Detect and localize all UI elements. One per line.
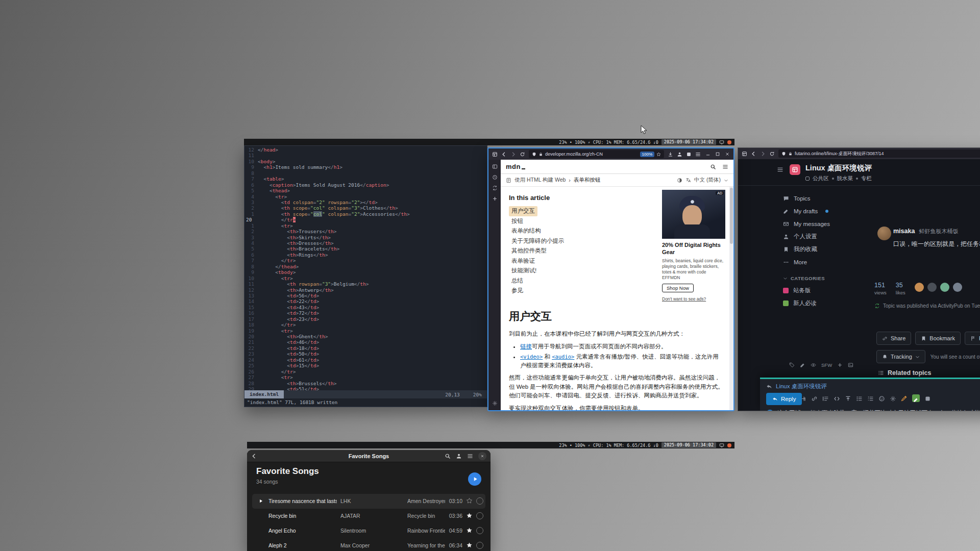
bookmark-star-icon[interactable] — [656, 152, 661, 157]
theme-toggle-icon[interactable] — [677, 178, 682, 183]
insert-button[interactable] — [766, 410, 774, 411]
breadcrumb-section[interactable]: 使用 HTML 构建 Web — [514, 177, 566, 184]
sidebar-category-staff[interactable]: 站务版 — [783, 284, 860, 297]
shield-icon[interactable] — [781, 152, 786, 156]
categories-section-header[interactable]: CATEGORIES — [783, 276, 860, 281]
back-button[interactable] — [501, 152, 507, 157]
gear-icon[interactable] — [890, 395, 896, 402]
ad-card[interactable]: AD 20% Off Digital Rights Gear Shirts, b… — [662, 190, 725, 302]
zoom-indicator[interactable]: 100% — [640, 152, 654, 157]
toc-item[interactable]: 技能测试! — [509, 266, 539, 276]
code-editor[interactable]: 12</head>1110<body>9 <h1>Items sold summ… — [244, 147, 487, 390]
image-icon[interactable] — [848, 362, 853, 368]
hamburger-icon[interactable] — [777, 166, 783, 173]
upload-icon[interactable] — [845, 395, 851, 402]
ad-dismiss-link[interactable]: Don't want to see ads? — [662, 296, 706, 302]
favorite-star-icon[interactable] — [466, 542, 473, 548]
shield-icon[interactable] — [532, 152, 536, 157]
downloads-button[interactable] — [668, 152, 673, 157]
favorite-star-icon[interactable] — [466, 512, 473, 519]
toc-item[interactable]: 其他控件类型 — [509, 246, 549, 256]
article-link[interactable]: <audio> — [552, 354, 574, 360]
history-icon[interactable] — [492, 174, 498, 180]
blockquote-icon[interactable] — [822, 395, 829, 402]
shop-now-button[interactable]: Shop Now — [662, 284, 694, 292]
bookmark-button[interactable]: Bookmark — [915, 332, 961, 345]
song-row[interactable]: Tiresome nascence that lasts 50,00...LHK… — [252, 494, 485, 509]
address-bar[interactable]: futarino.online/t/linux-桌面环境锐评/3087/14 — [778, 149, 980, 158]
extensions-button[interactable] — [686, 152, 692, 157]
song-row[interactable]: Angel EchoSilentroomRainbow Frontier04:5… — [252, 523, 485, 538]
article-link[interactable]: <video> — [520, 354, 543, 360]
avatar[interactable] — [877, 227, 891, 240]
tracking-button[interactable]: Tracking — [876, 350, 925, 363]
maximize-button[interactable] — [715, 152, 720, 157]
new-tab-icon[interactable] — [492, 196, 498, 202]
code-icon[interactable] — [834, 395, 840, 402]
favorite-star-icon[interactable] — [466, 527, 473, 534]
scrollbar-thumb[interactable] — [730, 188, 733, 244]
reload-button[interactable] — [520, 152, 525, 157]
back-button[interactable] — [251, 453, 257, 459]
toc-item[interactable]: 用户交互 — [509, 206, 537, 216]
sidebar-item-more[interactable]: More — [783, 256, 860, 268]
menu-icon[interactable] — [722, 164, 728, 170]
composer-text[interactable]: 这个平铺wm把桌面当胶带，窗口顺着两边对齐无法平铺下去。有一些特色功能设计得有没… — [777, 409, 980, 411]
song-menu-button[interactable]: ••• — [476, 542, 483, 549]
account-button[interactable] — [677, 152, 682, 157]
sidebar-item-topics[interactable]: Topics — [783, 192, 860, 205]
reload-button[interactable] — [769, 151, 775, 157]
topic-tag[interactable]: 脱水菜 — [837, 175, 853, 182]
song-row[interactable]: Recycle binAJATARRecycle bin03:36••• — [252, 509, 485, 523]
sidebar-item-my-messages[interactable]: My messages — [783, 217, 860, 230]
firefox-forum-window[interactable]: futarino.online/t/linux-桌面环境锐评/3087/14 L… — [738, 147, 980, 411]
search-icon[interactable] — [710, 164, 716, 170]
song-menu-button[interactable]: ••• — [476, 512, 483, 519]
sidebar-category-newbie[interactable]: 新人必读 — [783, 297, 860, 310]
puzzle-icon[interactable] — [924, 395, 931, 402]
record-icon[interactable] — [727, 140, 731, 144]
paint-icon[interactable] — [901, 395, 908, 402]
share-button[interactable]: Share — [876, 332, 911, 345]
reply-composer[interactable]: Linux 桌面环境锐评 这个平铺wm把桌面当胶带，窗口顺着两边对齐无法平铺下去… — [760, 378, 980, 411]
link-icon[interactable] — [811, 395, 818, 402]
music-player-window[interactable]: Favorite Songs Favorite Songs 34 songs T… — [247, 450, 491, 551]
sidebar-item-profile-settings[interactable]: 个人设置 — [783, 230, 860, 243]
record-icon[interactable] — [727, 443, 731, 447]
back-button[interactable] — [751, 151, 756, 157]
search-icon[interactable] — [445, 453, 451, 459]
mdn-logo[interactable]: mdn — [506, 163, 525, 170]
toc-item[interactable]: 参见 — [509, 286, 526, 296]
song-row[interactable]: Aleph 2Max CooperYearning for the Infi..… — [252, 538, 485, 551]
toc-item[interactable]: 表单验证 — [509, 256, 537, 266]
close-button[interactable] — [478, 452, 486, 460]
toc-item[interactable]: 表单的结构 — [509, 226, 544, 236]
sidebar-item-my-bookmarks[interactable]: 我的收藏 — [783, 243, 860, 256]
topic-tag[interactable]: 专栏 — [861, 175, 872, 182]
plus-icon[interactable] — [837, 362, 843, 368]
topic-title[interactable]: Linux 桌面环境锐评 — [805, 163, 872, 173]
forward-button[interactable] — [510, 152, 516, 157]
firefox-mdn-window[interactable]: developer.mozilla.org/zh-CN 100% — [487, 147, 734, 411]
song-menu-button[interactable]: ••• — [476, 527, 483, 534]
flag-button[interactable]: Flag — [965, 332, 980, 345]
pencilbox-icon[interactable] — [912, 394, 920, 402]
address-bar[interactable]: developer.mozilla.org/zh-CN 100% — [529, 150, 664, 158]
synced-tabs-icon[interactable] — [492, 185, 498, 191]
favorite-star-icon[interactable] — [466, 497, 473, 504]
listul-icon[interactable] — [856, 395, 863, 402]
minimize-button[interactable] — [705, 152, 710, 157]
category-name[interactable]: 公共区 — [813, 175, 829, 182]
scrollbar[interactable] — [729, 187, 733, 410]
post-author[interactable]: misaka — [893, 228, 915, 235]
reply-to-topic-link[interactable]: Linux 桌面环境锐评 — [776, 383, 827, 390]
pencil-icon[interactable] — [800, 362, 805, 368]
toc-item[interactable]: 按钮 — [509, 216, 526, 227]
display-icon[interactable] — [719, 443, 724, 448]
play-all-button[interactable] — [468, 472, 481, 486]
toc-item[interactable]: 关于无障碍的小提示 — [509, 236, 567, 246]
forward-button[interactable] — [760, 151, 766, 157]
select-icon[interactable] — [456, 453, 462, 459]
language-selector[interactable]: 中文 (简体) — [694, 177, 721, 184]
participant-avatar[interactable] — [953, 283, 962, 292]
